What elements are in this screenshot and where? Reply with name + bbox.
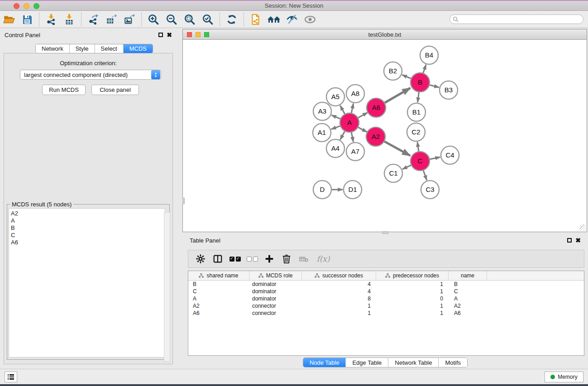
table-cell[interactable]: 4 [302,281,376,288]
graph-edge-A-A2[interactable] [358,127,367,132]
network-zoom-button[interactable] [204,32,209,37]
table-cell[interactable]: A2 [188,302,249,310]
table-cell[interactable]: dominator [249,295,302,302]
column-header-predecessor-nodes[interactable]: predecessor nodes [376,271,449,280]
mcds-result-list[interactable]: A2 A B C A6 [9,208,165,357]
graph-node-A1[interactable]: A1 [313,124,331,142]
show-eye-icon[interactable] [301,12,319,27]
graph-edge-B-B4[interactable] [423,65,426,73]
close-panel-icon[interactable]: ✖ [575,238,581,243]
network-window-titlebar[interactable]: testGlobe.txt [183,29,587,40]
table-cell[interactable]: 1 [376,310,449,317]
settings-gear-icon[interactable] [193,252,208,266]
graph-node-B[interactable]: B [411,73,430,92]
table-cell[interactable]: A [449,295,487,302]
table-cell[interactable]: dominator [249,288,302,295]
table-cell[interactable] [487,281,584,288]
graph-edge-A-A8[interactable] [351,104,353,114]
table-cell[interactable]: connector [249,302,302,310]
hide-details-icon[interactable] [283,12,301,27]
close-panel-icon[interactable]: ✖ [167,33,172,37]
result-scrollbar[interactable] [164,212,170,362]
graph-node-A5[interactable]: A5 [326,88,344,106]
graph-edge-A-A1[interactable] [331,126,341,129]
open-file-icon[interactable] [0,12,18,27]
table-cell[interactable]: 1 [376,281,449,288]
list-item[interactable]: A6 [11,239,165,246]
table-cell[interactable]: B [188,281,249,288]
column-header-shared-name[interactable]: shared name [188,271,249,280]
export-table-icon[interactable] [102,12,120,27]
graph-edge-A-A6[interactable] [358,113,367,118]
graph-edge-A-A7[interactable] [351,132,353,142]
column-header-name[interactable]: name [449,271,487,280]
table-cell[interactable]: C [449,288,487,295]
table-cell[interactable] [487,295,584,302]
column-header-mcds-role[interactable]: MCDS role [249,271,302,280]
window-resize-grip[interactable] [579,224,586,231]
refresh-icon[interactable] [223,12,241,27]
tab-edge-table[interactable]: Edge Table [346,358,388,367]
graph-node-C3[interactable]: C3 [421,181,439,199]
graph-edge-A2-C[interactable] [384,141,410,156]
graph-node-B2[interactable]: B2 [384,62,402,80]
deselect-all-checkboxes-icon[interactable] [244,252,260,266]
criterion-dropdown[interactable]: largest connected component (directed) ▲… [20,70,161,80]
graph-edge-A-A5[interactable] [340,105,345,114]
export-network-icon[interactable] [84,12,102,27]
table-row[interactable]: A6connector11A6 [188,310,584,317]
graph-node-A4[interactable]: A4 [326,139,344,157]
table-cell[interactable]: A6 [188,310,249,317]
delete-row-icon[interactable] [279,252,294,266]
table-cell[interactable]: 1 [302,302,376,310]
graph-edge-B-B2[interactable] [402,75,411,78]
add-row-icon[interactable] [262,252,277,266]
graph-edge-B-B3[interactable] [429,85,439,87]
network-canvas[interactable]: AA1A2A3A4A5A6A7A8BB1B2B3B4CC1C2C3C4DD1 [183,40,587,232]
import-network-icon[interactable] [42,12,60,27]
split-divider-handle[interactable] [382,231,388,234]
float-panel-icon[interactable] [567,238,572,243]
graph-node-C4[interactable]: C4 [441,146,459,164]
graph-edge-C-C1[interactable] [402,165,411,169]
graph-node-A6[interactable]: A6 [367,98,386,117]
graph-node-C[interactable]: C [411,152,430,171]
graph-edge-C-C2[interactable] [417,142,419,152]
zoom-selected-icon[interactable] [199,12,217,27]
save-session-icon[interactable] [18,12,36,27]
tab-select[interactable]: Select [95,44,124,53]
graph-edge-C-C4[interactable] [430,157,440,159]
table-cell[interactable]: A6 [449,310,487,317]
network-from-selection-icon[interactable] [247,12,265,27]
home-icon[interactable] [265,12,283,27]
graph-edge-C-C3[interactable] [423,170,427,180]
search-input[interactable] [449,14,583,24]
tab-style[interactable]: Style [70,44,95,53]
table-row[interactable]: Bdominator41B [188,281,584,288]
export-image-icon[interactable] [120,12,139,27]
zoom-out-icon[interactable] [163,12,181,27]
tab-node-table[interactable]: Node Table [303,358,346,367]
table-row[interactable]: Cdominator41C [188,288,584,295]
table-cell[interactable]: connector [249,310,302,317]
tab-network[interactable]: Network [36,44,70,53]
table-cell[interactable] [487,310,584,317]
column-visibility-icon[interactable] [210,252,225,266]
list-item[interactable]: B [11,224,165,232]
table-row[interactable]: Adominator80A [188,295,584,302]
graph-node-A2[interactable]: A2 [366,127,385,146]
graph-node-B4[interactable]: B4 [420,46,438,64]
table-cell[interactable]: dominator [249,281,302,288]
select-all-checkboxes-icon[interactable] [227,252,243,266]
graph-edge-A-A4[interactable] [340,131,345,139]
import-table-icon[interactable] [60,12,78,27]
function-builder-icon[interactable]: f(x) [313,252,333,266]
table-cell[interactable]: 1 [302,310,376,317]
table-cell[interactable]: A2 [449,302,487,310]
close-panel-button[interactable]: Close panel [91,85,139,95]
list-item[interactable]: A2 [11,210,165,217]
graph-edge-A6-B[interactable] [384,88,410,103]
zoom-fit-icon[interactable] [181,12,199,27]
table-cell[interactable]: A [188,295,249,302]
zoom-in-icon[interactable] [144,12,163,27]
